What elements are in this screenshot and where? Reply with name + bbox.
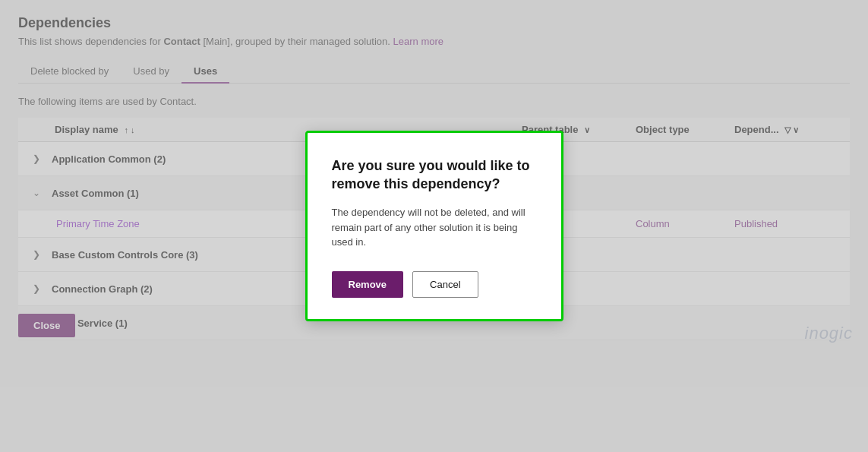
remove-button[interactable]: Remove: [332, 271, 404, 298]
modal-actions: Remove Cancel: [332, 271, 537, 298]
cancel-button[interactable]: Cancel: [412, 271, 478, 298]
modal-box: Are you sure you would like to remove th…: [305, 131, 563, 321]
modal-overlay: Are you sure you would like to remove th…: [0, 0, 868, 452]
modal-body: The dependency will not be deleted, and …: [332, 205, 537, 250]
modal-title: Are you sure you would like to remove th…: [332, 157, 537, 193]
